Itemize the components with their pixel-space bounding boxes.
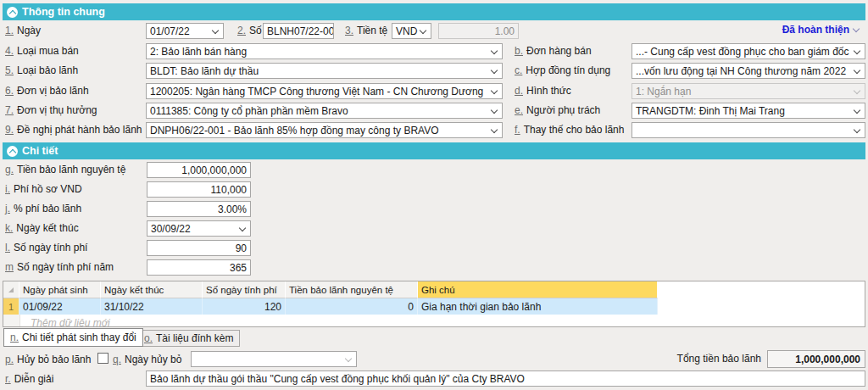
beneficiary-label: 7.Đơn vị thụ hưởng xyxy=(5,104,97,116)
chevron-down-icon xyxy=(488,123,500,137)
form-type-label: d.Hình thức xyxy=(515,85,571,97)
exchange-rate-field: 1.00 xyxy=(438,23,519,39)
year-days-input[interactable]: 365 xyxy=(147,259,251,276)
chevron-down-icon xyxy=(417,24,429,38)
amount-input[interactable]: 1,000,000,000 xyxy=(147,162,251,178)
description-label: r.Diễn giải xyxy=(5,373,53,385)
fee-pct-input[interactable]: 3.00% xyxy=(147,201,251,217)
row-indicator: 1 xyxy=(3,298,19,315)
guarantee-type-label: 5.Loại bảo lãnh xyxy=(5,64,78,76)
guarantor-label: 6.Đơn vị bảo lãnh xyxy=(5,85,89,97)
chevron-down-icon xyxy=(851,123,863,137)
number-label: 2.Số xyxy=(237,25,262,36)
status-label: Đã hoàn thiện xyxy=(782,24,849,36)
column-header[interactable]: Ngày phát sinh xyxy=(19,281,101,298)
replaces-combo[interactable] xyxy=(632,122,865,138)
chevron-down-icon xyxy=(209,24,221,38)
amount-label: g.Tiền bảo lãnh nguyên tệ xyxy=(5,164,125,176)
description-input[interactable]: Bảo lãnh dự thầu gói thầu "Cung cấp vest… xyxy=(146,370,865,387)
credit-contract-label: c.Hợp đồng tín dụng xyxy=(515,64,610,76)
chevron-down-icon xyxy=(851,44,863,58)
date-label: 1.Ngày xyxy=(5,25,41,36)
table-row[interactable]: 1 01/09/22 31/10/22 120 0 Gia hạn thời g… xyxy=(3,298,865,315)
sales-order-combo[interactable]: ...- Cung cấp vest đồng phục cho ban giá… xyxy=(632,43,865,59)
section-title: Chi tiết xyxy=(22,145,58,157)
end-date-combo[interactable]: 30/09/22 xyxy=(147,220,251,237)
person-in-charge-combo[interactable]: TRANGDTM: Đinh Thị Mai Trang xyxy=(632,103,865,119)
doc-fee-label: i.Phí hồ sơ VND xyxy=(5,183,82,195)
tab-attachments[interactable]: o. Tài liệu đính kèm xyxy=(137,330,240,347)
chevron-down-icon xyxy=(851,64,863,78)
cell-note[interactable]: Gia hạn thời gian bảo lãnh xyxy=(418,298,658,315)
grid-corner-cell xyxy=(3,281,19,298)
cell-end-date[interactable]: 31/10/22 xyxy=(101,298,203,315)
currency-label: 3.Tiền tệ xyxy=(345,25,387,36)
chevron-down-icon xyxy=(488,84,500,98)
date-combo[interactable]: 01/07/22 xyxy=(146,23,224,39)
number-input[interactable]: BLNH07/22-003 xyxy=(263,23,334,39)
grid-new-row[interactable]: Thêm dữ liệu mới xyxy=(3,315,865,327)
new-row-hint: Thêm dữ liệu mới xyxy=(20,315,110,327)
status-dropdown[interactable]: Đã hoàn thiện xyxy=(746,24,863,36)
guarantee-form: Thông tin chung Đã hoàn thiện 1.Ngày 01/… xyxy=(0,0,868,390)
tab-detail-changes[interactable]: n. Chi tiết phát sinh thay đổi xyxy=(3,328,143,347)
cancel-guarantee-checkbox[interactable] xyxy=(97,353,108,364)
chevron-down-icon xyxy=(342,352,354,366)
column-header[interactable]: Số ngày tính phí xyxy=(203,281,286,298)
collapse-icon[interactable] xyxy=(7,7,18,18)
chevron-down-icon xyxy=(488,44,500,58)
cell-fee-days[interactable]: 120 xyxy=(203,298,286,315)
fee-pct-label: j.% phí bảo lãnh xyxy=(5,203,81,214)
year-days-label: mSố ngày tính phí năm xyxy=(5,261,114,273)
fee-days-input[interactable]: 90 xyxy=(147,240,251,256)
chevron-down-icon xyxy=(851,84,863,98)
currency-combo[interactable]: VND xyxy=(392,23,431,39)
chevron-down-icon xyxy=(488,64,500,78)
issue-request-combo[interactable]: DNPH06/22-001 - Bảo lãnh 85% hợp đồng ma… xyxy=(146,122,503,138)
collapse-icon[interactable] xyxy=(7,146,18,157)
cell-start-date[interactable]: 01/09/22 xyxy=(19,298,101,315)
credit-contract-combo[interactable]: ...vốn lưu động tại NH Công thương năm 2… xyxy=(632,63,865,79)
grid-corner-icon xyxy=(8,287,14,292)
fee-days-label: l.Số ngày tính phí xyxy=(5,242,87,254)
new-row-indicator xyxy=(3,315,20,327)
grid-header: Ngày phát sinh Ngày kết thúc Số ngày tín… xyxy=(3,281,865,298)
cell-amount[interactable]: 0 xyxy=(286,298,418,315)
cancel-guarantee-label: p.Hủy bỏ bảo lãnh xyxy=(5,354,91,365)
chevron-down-icon xyxy=(849,24,863,36)
changes-grid: Ngày phát sinh Ngày kết thúc Số ngày tín… xyxy=(3,281,865,327)
chevron-down-icon xyxy=(488,103,500,118)
section-title: Thông tin chung xyxy=(22,6,105,18)
person-in-charge-label: e.Người phụ trách xyxy=(515,104,600,116)
cancel-date-label: q.Ngày hủy bỏ xyxy=(113,354,181,365)
form-type-combo: 1: Ngắn hạn xyxy=(632,83,865,99)
end-date-label: k.Ngày kết thúc xyxy=(5,222,79,234)
chevron-down-icon xyxy=(851,103,863,118)
total-label: Tổng tiền bảo lãnh xyxy=(653,353,761,365)
replaces-label: f.Thay thế cho bảo lãnh xyxy=(515,124,624,136)
section-header-general[interactable]: Thông tin chung xyxy=(3,3,865,20)
doc-fee-input[interactable]: 110,000 xyxy=(147,181,251,198)
chevron-down-icon xyxy=(236,221,248,236)
sales-order-label: b.Đơn hàng bán xyxy=(515,45,592,57)
column-header[interactable]: Ngày kết thúc xyxy=(101,281,203,298)
beneficiary-combo[interactable]: 0111385: Công ty cổ phần phần mềm Bravo xyxy=(146,103,503,119)
column-header-ghi-chu[interactable]: Ghi chú xyxy=(418,281,658,298)
cancel-date-combo[interactable] xyxy=(191,351,357,367)
trade-type-label: 4.Loại mua bán xyxy=(5,45,79,57)
section-header-detail[interactable]: Chi tiết xyxy=(3,142,865,159)
column-header[interactable]: Tiền bảo lãnh nguyên tệ xyxy=(286,281,418,298)
issue-request-label: 9.Đề nghị phát hành bảo lãnh xyxy=(5,124,142,136)
total-amount-field: 1,000,000,000 xyxy=(767,350,865,368)
trade-type-combo[interactable]: 2: Bảo lãnh bán hàng xyxy=(146,43,503,59)
guarantor-combo[interactable]: 1200205: Ngân hàng TMCP Công thương Việt… xyxy=(146,83,503,99)
guarantee-type-combo[interactable]: BLDT: Bảo lãnh dự thầu xyxy=(146,63,503,79)
